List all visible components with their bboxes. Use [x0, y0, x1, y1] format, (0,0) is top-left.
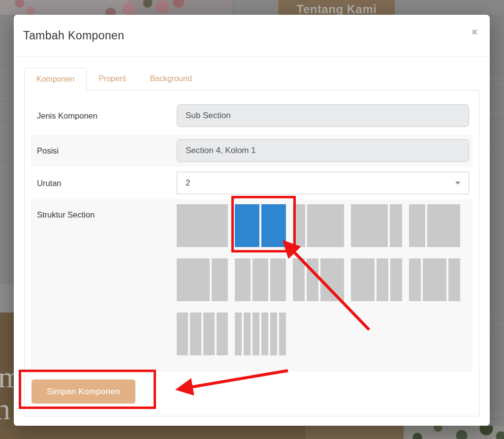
background-dotted-line — [0, 126, 14, 127]
structure-option-3-3-3-3[interactable] — [177, 313, 228, 355]
tab-properti[interactable]: Properti — [87, 68, 138, 90]
structure-column — [351, 204, 388, 247]
form-row-struktur-section: Struktur Section — [31, 199, 472, 372]
structure-option-6-3-3[interactable] — [351, 258, 402, 301]
structure-column — [423, 258, 446, 301]
structure-column — [261, 204, 286, 247]
background-dotted-line — [0, 70, 14, 71]
background-dotted-line — [0, 98, 14, 99]
tambah-komponen-modal: Tambah Komponen ✖ Komponen Properti Back… — [14, 15, 490, 426]
structure-column — [177, 313, 188, 355]
structure-column — [307, 258, 318, 301]
structure-column — [235, 204, 259, 247]
structure-column — [320, 258, 344, 301]
structure-column — [427, 204, 460, 247]
modal-title: Tambah Komponen — [23, 29, 124, 42]
tab-bar: Komponen Properti Background — [24, 68, 479, 91]
structure-column — [244, 313, 251, 355]
chevron-down-icon — [455, 182, 460, 185]
structure-column — [270, 313, 277, 355]
form-row-jenis-komponen: Jenis Komponen Sub Section — [31, 97, 472, 134]
structure-column — [203, 313, 215, 355]
tab-komponen[interactable]: Komponen — [24, 68, 87, 91]
jenis-komponen-input: Sub Section — [177, 104, 469, 127]
structure-column — [177, 258, 210, 301]
structure-option-2-2-2-2-2-2[interactable] — [235, 313, 286, 355]
background-dotted-line — [0, 242, 14, 243]
structure-column — [448, 258, 460, 301]
modal-header: Tambah Komponen ✖ — [14, 15, 490, 57]
background-dotted-divider — [238, 0, 239, 15]
structure-column — [252, 258, 268, 301]
save-button[interactable]: Simpan Komponen — [32, 379, 135, 404]
structure-column — [293, 258, 305, 301]
background-brown-section: m n i — [0, 313, 14, 426]
structure-column — [235, 258, 251, 301]
structure-column — [252, 313, 259, 355]
clipped-heading-text: n i — [0, 394, 14, 426]
tentang-kami-label: Tentang Kami — [297, 2, 377, 16]
posisi-label: Posisi — [37, 146, 177, 156]
background-right-strip — [490, 15, 504, 426]
posisi-input: Section 4, Kolom 1 — [177, 139, 469, 162]
jenis-komponen-label: Jenis Komponen — [37, 111, 177, 121]
structure-column — [270, 258, 286, 301]
structure-column — [212, 258, 228, 301]
structure-option-9-3[interactable] — [351, 204, 402, 247]
background-panel — [0, 284, 14, 313]
urutan-select[interactable]: 2 — [177, 172, 469, 194]
structure-option-8-4[interactable] — [177, 258, 228, 301]
clipped-heading-text: m — [0, 362, 14, 392]
structure-option-4-8[interactable] — [409, 204, 460, 247]
struktur-section-label: Struktur Section — [37, 204, 177, 220]
structure-column — [177, 204, 228, 247]
structure-option-3-3-6[interactable] — [293, 258, 344, 301]
urutan-selected-value: 2 — [186, 178, 190, 188]
structure-option-3-6-3[interactable] — [409, 258, 460, 301]
background-dotted-line — [0, 167, 14, 168]
structure-grid — [177, 204, 472, 355]
structure-option-3-9[interactable] — [293, 204, 344, 247]
structure-column — [279, 313, 286, 355]
tab-content: Jenis Komponen Sub Section Posisi Sectio… — [24, 91, 479, 416]
background-dotted-line — [0, 203, 14, 203]
structure-column — [409, 204, 425, 247]
structure-column — [217, 313, 228, 355]
structure-column — [261, 313, 268, 355]
urutan-label: Urutan — [37, 179, 177, 188]
structure-option-4-4-4[interactable] — [235, 258, 286, 301]
structure-column — [190, 313, 201, 355]
structure-column — [235, 313, 242, 355]
form-row-urutan: Urutan 2 — [31, 167, 472, 199]
tab-background[interactable]: Background — [138, 68, 203, 90]
modal-body: Komponen Properti Background Jenis Kompo… — [14, 57, 490, 428]
structure-column — [293, 204, 305, 247]
structure-column — [409, 258, 421, 301]
structure-option-12[interactable] — [177, 204, 228, 247]
close-icon[interactable]: ✖ — [472, 28, 478, 37]
modal-footer: Simpan Komponen — [31, 372, 472, 416]
structure-column — [351, 258, 375, 301]
structure-column — [307, 204, 344, 247]
structure-column — [390, 258, 402, 301]
structure-column — [390, 204, 402, 247]
structure-column — [377, 258, 388, 301]
form-row-posisi: Posisi Section 4, Kolom 1 — [31, 134, 472, 167]
background-flowers-photo — [0, 0, 231, 15]
structure-option-6-6[interactable] — [235, 204, 286, 247]
